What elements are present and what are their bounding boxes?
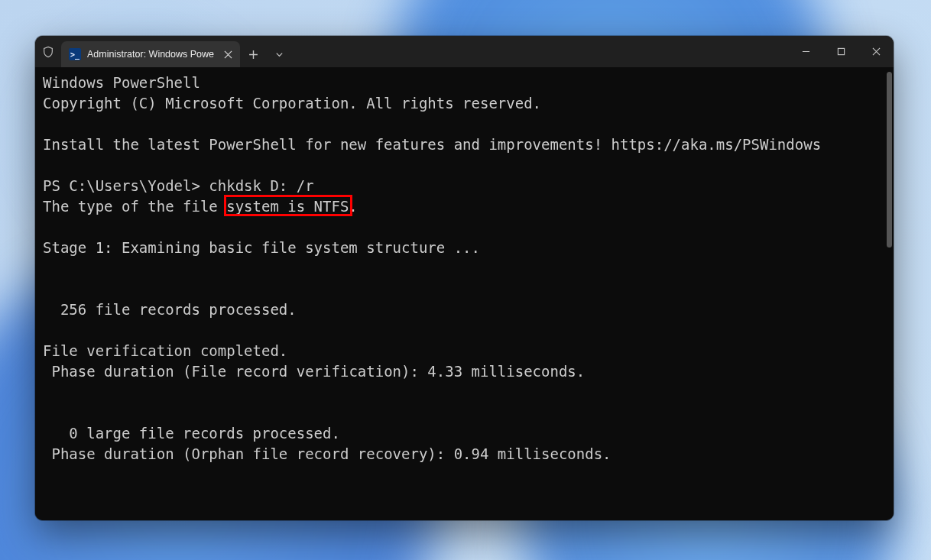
scrollbar-thumb[interactable] xyxy=(887,72,892,248)
terminal-line: 256 file records processed. xyxy=(43,301,297,318)
terminal-line: Stage 1: Examining basic file system str… xyxy=(43,239,480,256)
admin-shield-icon xyxy=(35,36,61,67)
prompt-command: chkdsk D: /r xyxy=(209,177,313,194)
terminal-line: The type of the file system is NTFS. xyxy=(43,198,358,215)
terminal-line: Install the latest PowerShell for new fe… xyxy=(43,136,821,153)
terminal-line: 0 large file records processed. xyxy=(43,425,340,442)
terminal-line: Phase duration (File record verification… xyxy=(43,363,585,380)
svg-rect-0 xyxy=(838,48,844,54)
terminal-window: >_ Administrator: Windows Powe Windows xyxy=(35,36,894,520)
terminal-line: Copyright (C) Microsoft Corporation. All… xyxy=(43,95,541,112)
tab-close-button[interactable] xyxy=(220,47,235,62)
close-button[interactable] xyxy=(858,36,894,67)
terminal-output[interactable]: Windows PowerShell Copyright (C) Microso… xyxy=(35,67,894,520)
terminal-line: Phase duration (Orphan file record recov… xyxy=(43,445,611,462)
terminal-line: Windows PowerShell xyxy=(43,74,200,91)
powershell-icon: >_ xyxy=(69,48,81,60)
tab-title: Administrator: Windows Powe xyxy=(87,49,214,60)
minimize-button[interactable] xyxy=(788,36,823,67)
new-tab-button[interactable] xyxy=(240,41,266,67)
titlebar[interactable]: >_ Administrator: Windows Powe xyxy=(35,36,894,67)
tab-dropdown-button[interactable] xyxy=(266,41,292,67)
prompt-line: PS C:\Users\Yodel> chkdsk D: /r xyxy=(43,177,314,194)
titlebar-drag-area[interactable] xyxy=(292,36,788,67)
terminal-line: File verification completed. xyxy=(43,342,287,359)
tab-powershell[interactable]: >_ Administrator: Windows Powe xyxy=(61,41,240,67)
prompt-prefix: PS C:\Users\Yodel> xyxy=(43,177,209,194)
maximize-button[interactable] xyxy=(823,36,858,67)
